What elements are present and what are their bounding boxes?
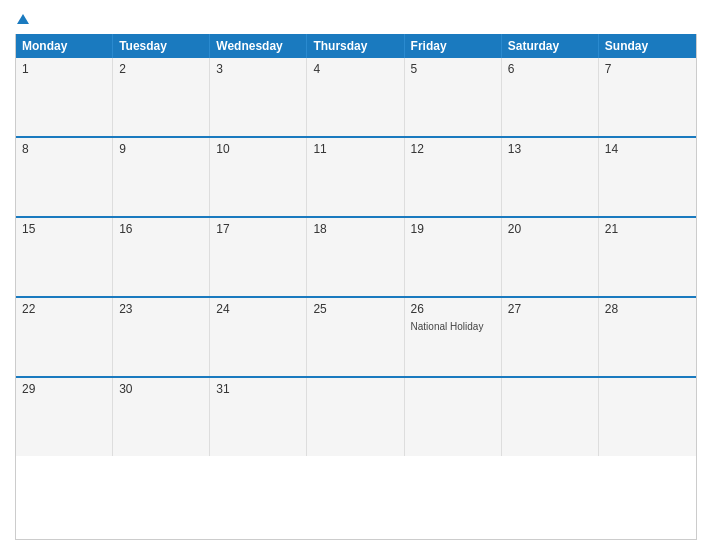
day-number: 5	[411, 62, 495, 76]
day-number: 25	[313, 302, 397, 316]
cal-cell-1: 1	[16, 58, 113, 136]
day-number: 26	[411, 302, 495, 316]
day-number: 16	[119, 222, 203, 236]
day-number: 1	[22, 62, 106, 76]
cal-cell-18: 18	[307, 218, 404, 296]
header	[15, 10, 697, 26]
day-number: 28	[605, 302, 690, 316]
calendar-grid: MondayTuesdayWednesdayThursdayFridaySatu…	[15, 34, 697, 540]
day-number: 12	[411, 142, 495, 156]
cal-cell-10: 10	[210, 138, 307, 216]
day-number: 8	[22, 142, 106, 156]
week-row-4: 2223242526National Holiday2728	[16, 296, 696, 376]
cal-cell-29: 29	[16, 378, 113, 456]
day-number: 21	[605, 222, 690, 236]
cal-cell-22: 22	[16, 298, 113, 376]
header-cell-friday: Friday	[405, 34, 502, 58]
cal-cell-19: 19	[405, 218, 502, 296]
logo-triangle-icon	[17, 14, 29, 24]
cal-cell-7: 7	[599, 58, 696, 136]
cal-cell-5: 5	[405, 58, 502, 136]
day-number: 29	[22, 382, 106, 396]
day-number: 9	[119, 142, 203, 156]
cal-cell-8: 8	[16, 138, 113, 216]
cal-cell-23: 23	[113, 298, 210, 376]
day-number: 23	[119, 302, 203, 316]
day-number: 7	[605, 62, 690, 76]
day-number: 22	[22, 302, 106, 316]
cal-cell-20: 20	[502, 218, 599, 296]
cal-cell-6: 6	[502, 58, 599, 136]
calendar-header-row: MondayTuesdayWednesdayThursdayFridaySatu…	[16, 34, 696, 58]
day-number: 11	[313, 142, 397, 156]
day-number: 30	[119, 382, 203, 396]
cal-cell-24: 24	[210, 298, 307, 376]
week-row-2: 891011121314	[16, 136, 696, 216]
day-event: National Holiday	[411, 320, 495, 333]
week-row-1: 1234567	[16, 58, 696, 136]
cal-cell-25: 25	[307, 298, 404, 376]
cal-cell-16: 16	[113, 218, 210, 296]
header-cell-thursday: Thursday	[307, 34, 404, 58]
day-number: 2	[119, 62, 203, 76]
day-number: 20	[508, 222, 592, 236]
cal-cell-empty-4	[405, 378, 502, 456]
day-number: 19	[411, 222, 495, 236]
day-number: 24	[216, 302, 300, 316]
logo	[15, 10, 29, 26]
header-cell-saturday: Saturday	[502, 34, 599, 58]
cal-cell-empty-5	[502, 378, 599, 456]
cal-cell-30: 30	[113, 378, 210, 456]
cal-cell-31: 31	[210, 378, 307, 456]
cal-cell-14: 14	[599, 138, 696, 216]
header-cell-monday: Monday	[16, 34, 113, 58]
cal-cell-3: 3	[210, 58, 307, 136]
day-number: 4	[313, 62, 397, 76]
cal-cell-15: 15	[16, 218, 113, 296]
week-row-3: 15161718192021	[16, 216, 696, 296]
cal-cell-9: 9	[113, 138, 210, 216]
day-number: 18	[313, 222, 397, 236]
cal-cell-17: 17	[210, 218, 307, 296]
cal-cell-4: 4	[307, 58, 404, 136]
day-number: 6	[508, 62, 592, 76]
day-number: 15	[22, 222, 106, 236]
cal-cell-empty-3	[307, 378, 404, 456]
cal-cell-empty-6	[599, 378, 696, 456]
weeks-container: 1234567891011121314151617181920212223242…	[16, 58, 696, 456]
header-cell-sunday: Sunday	[599, 34, 696, 58]
day-number: 13	[508, 142, 592, 156]
cal-cell-21: 21	[599, 218, 696, 296]
day-number: 17	[216, 222, 300, 236]
header-cell-tuesday: Tuesday	[113, 34, 210, 58]
day-number: 3	[216, 62, 300, 76]
cal-cell-26: 26National Holiday	[405, 298, 502, 376]
day-number: 31	[216, 382, 300, 396]
day-number: 10	[216, 142, 300, 156]
cal-cell-2: 2	[113, 58, 210, 136]
cal-cell-28: 28	[599, 298, 696, 376]
logo-general-text	[15, 10, 29, 26]
calendar-page: MondayTuesdayWednesdayThursdayFridaySatu…	[0, 0, 712, 550]
cal-cell-11: 11	[307, 138, 404, 216]
day-number: 14	[605, 142, 690, 156]
header-cell-wednesday: Wednesday	[210, 34, 307, 58]
day-number: 27	[508, 302, 592, 316]
cal-cell-13: 13	[502, 138, 599, 216]
cal-cell-27: 27	[502, 298, 599, 376]
week-row-5: 293031	[16, 376, 696, 456]
cal-cell-12: 12	[405, 138, 502, 216]
